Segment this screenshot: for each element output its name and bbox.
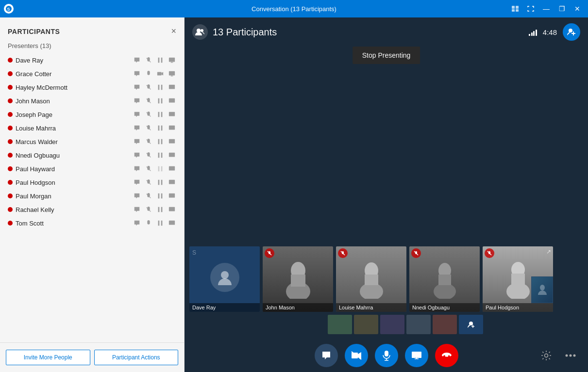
chat-icon[interactable] (133, 83, 141, 92)
pause-icon[interactable] (156, 83, 165, 92)
screen-icon[interactable] (168, 110, 176, 119)
svg-point-62 (569, 29, 572, 32)
small-thumbnail[interactable] (433, 315, 457, 334)
participant-actions-button[interactable]: Participant Actions (94, 350, 179, 365)
screen-icon[interactable] (168, 151, 176, 160)
pause-icon[interactable] (156, 97, 165, 105)
more-options-button[interactable] (561, 346, 580, 365)
chat-icon[interactable] (133, 56, 141, 65)
pause-icon[interactable] (156, 205, 165, 214)
pause-icon[interactable] (156, 178, 165, 187)
screen-icon[interactable] (168, 219, 176, 227)
video-tile-name: John Mason (263, 303, 333, 312)
svg-rect-72 (365, 275, 378, 285)
mute-icon[interactable] (144, 97, 153, 105)
screen-icon[interactable] (168, 97, 176, 105)
call-timer: 4:48 (543, 28, 557, 36)
chat-icon[interactable] (133, 151, 141, 160)
video-tile-nnedi-ogbuagu[interactable]: Nnedi Ogbuagu (409, 246, 480, 312)
mute-icon[interactable] (144, 151, 153, 160)
small-thumbnail[interactable] (406, 315, 431, 334)
small-thumbnail[interactable] (354, 315, 378, 334)
invite-button[interactable]: Invite More People (6, 350, 90, 365)
video-icon[interactable] (156, 69, 165, 78)
video-tile-louise-mahrra[interactable]: Louise Mahrra (336, 246, 406, 312)
fullscreen-button[interactable] (524, 2, 538, 16)
mute-icon[interactable] (144, 56, 153, 65)
pause-icon[interactable] (156, 219, 165, 227)
chat-icon[interactable] (133, 178, 141, 187)
participant-name: Hayley McDermott (16, 84, 130, 91)
signal-strength-icon (529, 28, 537, 36)
mute-icon[interactable] (144, 205, 153, 214)
video-tile-name: Louise Mahrra (336, 303, 406, 312)
chat-icon[interactable] (133, 219, 141, 227)
list-item: Dave Ray (2, 53, 182, 67)
list-item: Grace Cotter (2, 67, 182, 81)
minimize-button[interactable]: — (539, 2, 553, 16)
settings-button[interactable] (537, 346, 556, 365)
screen-icon[interactable] (168, 83, 176, 92)
mute-icon[interactable] (144, 137, 153, 146)
chat-button[interactable] (315, 344, 338, 367)
screen-icon[interactable] (168, 56, 176, 65)
chat-icon[interactable] (133, 137, 141, 146)
screen-icon[interactable] (168, 137, 176, 146)
mute-icon[interactable] (144, 178, 153, 187)
more-participants-tile[interactable] (459, 315, 483, 334)
stop-presenting-button[interactable]: Stop Presenting (353, 47, 420, 64)
participant-controls (133, 178, 176, 187)
screen-share-button[interactable] (405, 344, 428, 367)
mute-icon[interactable] (144, 124, 153, 132)
screen-icon[interactable] (168, 124, 176, 132)
status-dot (8, 194, 13, 198)
screen-icon[interactable] (168, 205, 176, 214)
small-thumbnail[interactable] (380, 315, 404, 334)
mic-icon[interactable] (144, 219, 153, 227)
svg-rect-4 (512, 9, 515, 12)
mute-icon[interactable] (144, 110, 153, 119)
screen-icon[interactable] (168, 164, 176, 173)
svg-rect-18 (158, 85, 160, 90)
chat-icon[interactable] (133, 69, 141, 78)
chat-icon[interactable] (133, 124, 141, 132)
mute-icon[interactable] (144, 164, 153, 173)
video-tile-dave-ray[interactable]: Dave Ray S (189, 246, 260, 312)
pause-icon[interactable] (156, 164, 165, 173)
chat-icon[interactable] (133, 97, 141, 105)
mute-icon[interactable] (144, 192, 153, 200)
chat-icon[interactable] (133, 192, 141, 200)
participants-group-icon (192, 24, 208, 40)
mic-icon[interactable] (144, 69, 153, 78)
pause-icon[interactable] (156, 151, 165, 160)
pause-icon[interactable] (156, 110, 165, 119)
add-participant-button[interactable] (563, 23, 580, 41)
video-mute-button[interactable] (345, 344, 368, 367)
video-tile-john-mason[interactable]: John Mason (263, 246, 333, 312)
small-thumbnail[interactable] (328, 315, 352, 334)
close-sidebar-button[interactable]: × (171, 26, 176, 36)
pause-icon[interactable] (156, 56, 165, 65)
close-button[interactable]: ✕ (571, 2, 584, 16)
svg-rect-7 (158, 58, 160, 63)
mute-icon[interactable] (144, 83, 153, 92)
chat-icon[interactable] (133, 110, 141, 119)
pause-icon[interactable] (156, 124, 165, 132)
microphone-button[interactable] (375, 344, 398, 367)
snap-button[interactable] (508, 2, 522, 16)
list-item: Marcus Walder (2, 135, 182, 148)
pause-icon[interactable] (156, 137, 165, 146)
svg-point-97 (570, 355, 572, 357)
end-call-button[interactable] (435, 344, 458, 367)
svg-text:S: S (7, 7, 10, 12)
screen-icon[interactable] (168, 178, 176, 187)
video-tile-paul-hodgson[interactable]: Paul Hodgson ↗ (483, 246, 553, 312)
participant-name: Grace Cotter (16, 70, 130, 78)
screen-icon[interactable] (168, 69, 176, 78)
restore-button[interactable]: ❐ (555, 2, 569, 16)
chat-icon[interactable] (133, 205, 141, 214)
chat-icon[interactable] (133, 164, 141, 173)
svg-rect-55 (161, 207, 163, 212)
screen-icon[interactable] (168, 192, 176, 200)
pause-icon[interactable] (156, 192, 165, 200)
